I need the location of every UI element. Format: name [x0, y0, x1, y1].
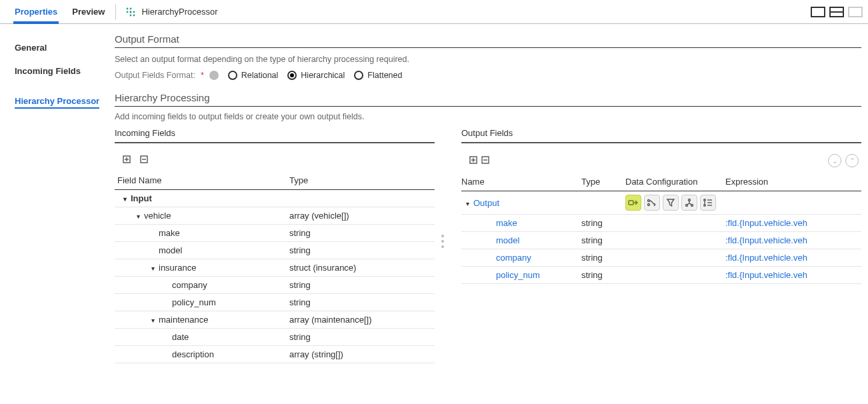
field-name-cell: policy_num	[117, 297, 289, 307]
collapse-up-icon[interactable]: ⌃	[845, 154, 859, 167]
chevron-down-icon[interactable]	[149, 263, 156, 273]
output-field-name[interactable]: model	[496, 235, 519, 245]
nav-incoming-fields[interactable]: Incoming Fields	[15, 59, 105, 83]
hierarchy-processing-helper: Add incoming fields to output fields or …	[115, 112, 861, 121]
svg-point-6	[133, 14, 135, 16]
col-name: Name	[461, 177, 581, 187]
tree-row[interactable]: makestring	[115, 225, 435, 242]
output-type: string	[581, 235, 625, 245]
help-icon[interactable]	[209, 71, 219, 80]
output-toolbar: ⌄ ⌃	[461, 153, 861, 173]
tree-row[interactable]: descriptionarray (string[])	[115, 346, 435, 363]
expand-all-icon[interactable]	[121, 154, 133, 166]
expression-link[interactable]: :fld.{Input.vehicle.veh	[725, 253, 861, 263]
radio-hierarchical[interactable]: Hierarchical	[287, 71, 345, 80]
layout-split-icon[interactable]	[829, 7, 844, 17]
output-format-title: Output Format	[115, 33, 861, 48]
output-field-name[interactable]: make	[496, 218, 517, 228]
output-row[interactable]: companystring:fld.{Input.vehicle.veh	[461, 249, 861, 267]
layout-single-icon[interactable]	[811, 7, 825, 17]
radio-flattened[interactable]: Flattened	[354, 71, 402, 80]
output-header: Name Type Data Configuration Expression	[461, 173, 861, 191]
output-row[interactable]: policy_numstring:fld.{Input.vehicle.veh	[461, 267, 861, 284]
svg-point-3	[130, 11, 132, 13]
incoming-toolbar	[115, 153, 435, 171]
output-format-helper: Select an output format depending on the…	[115, 55, 861, 64]
col-expression: Expression	[725, 177, 861, 187]
expand-down-icon[interactable]: ⌄	[828, 154, 841, 167]
filter-icon[interactable]	[663, 195, 679, 211]
col-type: Type	[289, 175, 432, 185]
tab-preview[interactable]: Preview	[71, 0, 106, 23]
main-tabs: Properties Preview	[13, 0, 106, 23]
field-name: description	[172, 349, 214, 359]
field-name: policy_num	[172, 297, 216, 307]
field-name: make	[159, 228, 180, 238]
chevron-down-icon[interactable]	[135, 211, 141, 221]
nav-hierarchy-processor[interactable]: Hierarchy Processor	[15, 89, 99, 109]
tree-row[interactable]: Input	[115, 190, 435, 207]
output-row[interactable]: modelstring:fld.{Input.vehicle.veh	[461, 232, 861, 249]
output-name-cell: company	[461, 253, 581, 263]
output-row[interactable]: makestring:fld.{Input.vehicle.veh	[461, 215, 861, 232]
hierarchy-processing-title: Hierarchy Processing	[115, 92, 861, 107]
field-type: array (string[])	[289, 349, 432, 359]
tree-row[interactable]: datestring	[115, 329, 435, 346]
expression-link[interactable]: :fld.{Input.vehicle.veh	[725, 218, 861, 228]
field-type: string	[289, 297, 432, 307]
join-icon[interactable]	[644, 195, 660, 211]
group-by-icon[interactable]	[681, 195, 697, 211]
field-name: maintenance	[159, 315, 208, 325]
processor-label: HierarchyProcessor	[125, 7, 217, 17]
output-name-cell: Output	[461, 198, 581, 208]
collapse-all-icon[interactable]	[139, 154, 151, 166]
expression-link[interactable]: :fld.{Input.vehicle.veh	[725, 235, 861, 245]
order-by-icon[interactable]	[700, 195, 716, 211]
field-type: string	[289, 332, 432, 342]
collapse-all-icon[interactable]	[480, 155, 492, 167]
data-source-icon[interactable]	[625, 195, 641, 211]
radio-icon	[228, 71, 237, 80]
field-name: company	[172, 280, 207, 290]
output-name-cell: make	[461, 218, 581, 228]
output-field-name[interactable]: company	[496, 253, 531, 263]
top-bar: Properties Preview HierarchyProcessor	[0, 0, 868, 24]
expression-link[interactable]: :fld.{Input.vehicle.veh	[725, 270, 861, 280]
output-field-name[interactable]: policy_num	[496, 270, 540, 280]
svg-point-24	[704, 205, 706, 207]
radio-label: Flattened	[367, 71, 402, 80]
tree-row[interactable]: policy_numstring	[115, 294, 435, 311]
field-name-cell: company	[117, 280, 289, 290]
tree-row[interactable]: maintenancearray (maintenance[])	[115, 311, 435, 329]
svg-point-1	[130, 7, 132, 9]
chevron-down-icon[interactable]	[121, 193, 128, 203]
left-nav: General Incoming Fields Hierarchy Proces…	[0, 24, 112, 404]
col-field-name: Field Name	[117, 175, 289, 185]
radio-label: Hierarchical	[301, 71, 345, 80]
layout-collapse-icon[interactable]	[848, 7, 863, 17]
radio-icon	[354, 71, 363, 80]
tree-row[interactable]: companystring	[115, 277, 435, 294]
expand-all-icon[interactable]	[468, 155, 480, 167]
field-name-cell: model	[117, 245, 289, 255]
tree-row[interactable]: vehiclearray (vehicle[])	[115, 207, 435, 225]
field-name: insurance	[159, 263, 196, 273]
output-panel: Output Fields ⌄ ⌃ Name Type	[461, 128, 861, 363]
chevron-down-icon[interactable]	[464, 198, 471, 208]
tree-row[interactable]: insurancestruct (insurance)	[115, 259, 435, 277]
field-type: array (vehicle[])	[289, 211, 432, 221]
svg-point-20	[689, 199, 691, 201]
field-type: string	[289, 245, 432, 255]
chevron-down-icon[interactable]	[149, 315, 156, 325]
incoming-panel: Incoming Fields Field Name Type Inputveh…	[115, 128, 435, 363]
output-field-name[interactable]: Output	[473, 198, 499, 208]
tree-row[interactable]: modelstring	[115, 242, 435, 259]
field-name-cell: maintenance	[117, 315, 289, 325]
drag-handle-icon[interactable]	[441, 235, 444, 248]
tab-properties[interactable]: Properties	[13, 0, 59, 23]
radio-label: Relational	[241, 71, 279, 80]
output-row[interactable]: Output	[461, 191, 861, 215]
svg-point-18	[648, 200, 650, 202]
radio-relational[interactable]: Relational	[228, 71, 279, 80]
nav-general[interactable]: General	[15, 36, 105, 59]
